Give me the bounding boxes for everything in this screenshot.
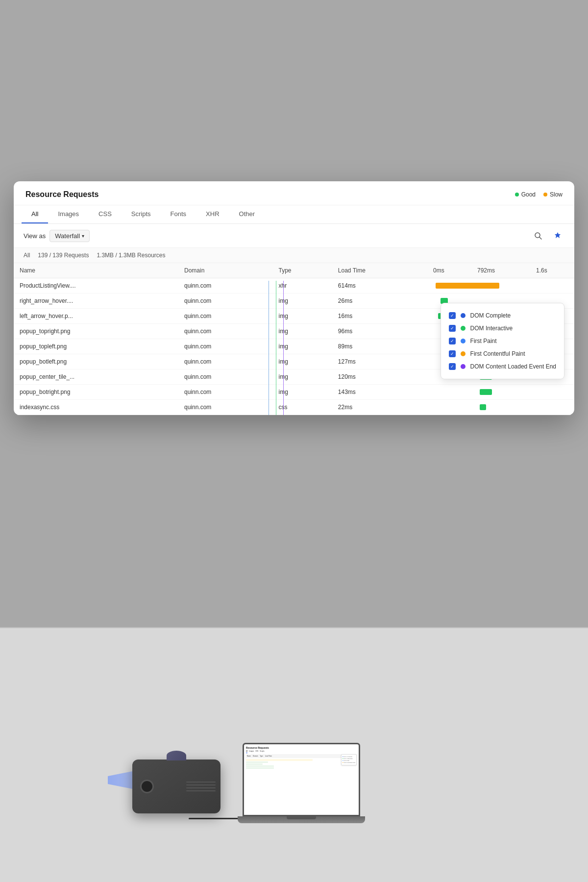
vent-line-4: [186, 790, 216, 791]
cell-domain: quinn.com: [178, 369, 273, 385]
cell-domain: quinn.com: [178, 309, 273, 324]
dot-dom-complete: [461, 313, 466, 318]
dom-content-loaded-line: [283, 281, 284, 415]
waterfall-bar-container: [433, 282, 568, 290]
panel-header: Resource Requests Good Slow: [14, 181, 574, 205]
stats-row: All 139 / 139 Requests 1.3MB / 1.3MB Res…: [14, 248, 574, 263]
col-0ms: 0ms: [427, 263, 471, 278]
col-792ms: 792ms: [471, 263, 530, 278]
checkbox-dcl[interactable]: [449, 363, 456, 370]
label-dcl: DOM Content Loaded Event End: [470, 363, 556, 370]
vent-line-1: [186, 782, 216, 783]
cell-loadtime: 120ms: [332, 369, 427, 385]
dot-dcl: [461, 364, 466, 369]
col-1600ms: 1.6s: [530, 263, 574, 278]
laptop-screen: Resource Requests All Images CSS Scripts…: [243, 743, 360, 816]
table-row[interactable]: ProductListingView.... quinn.com xhr 614…: [14, 278, 574, 294]
cell-waterfall: [427, 385, 574, 400]
dropdown-item-dom-interactive[interactable]: DOM Interactive: [449, 322, 556, 335]
cell-domain: quinn.com: [178, 354, 273, 369]
cell-loadtime: 16ms: [332, 309, 427, 324]
cell-name: right_arrow_hover....: [14, 294, 178, 309]
cell-loadtime: 22ms: [332, 400, 427, 415]
cell-waterfall: [427, 400, 574, 415]
legend-good: Good: [515, 191, 536, 198]
slow-dot: [543, 193, 547, 196]
slow-label: Slow: [550, 191, 563, 198]
cell-type: img: [273, 369, 332, 385]
cell-domain: quinn.com: [178, 324, 273, 339]
view-as-label: View as: [24, 232, 46, 240]
col-type: Type: [273, 263, 332, 278]
tab-xhr[interactable]: XHR: [196, 205, 229, 223]
table-header-row: Name Domain Type Load Time 0ms 792ms 1.6…: [14, 263, 574, 278]
table-row[interactable]: indexasync.css quinn.com css 22ms: [14, 400, 574, 415]
projector-body: [132, 760, 220, 813]
tab-all[interactable]: All: [22, 205, 48, 223]
cell-domain: quinn.com: [178, 339, 273, 354]
cell-type: img: [273, 309, 332, 324]
cell-loadtime: 127ms: [332, 354, 427, 369]
col-domain: Domain: [178, 263, 273, 278]
cell-name: popup_center_tile_...: [14, 369, 178, 385]
cell-waterfall: [427, 278, 574, 294]
cell-domain: quinn.com: [178, 278, 273, 294]
projector-top: [167, 751, 186, 760]
cell-type: img: [273, 354, 332, 369]
col-name: Name: [14, 263, 178, 278]
pin-button[interactable]: [551, 229, 564, 243]
tab-images[interactable]: Images: [48, 205, 89, 223]
laptop-device: Resource Requests All Images CSS Scripts…: [243, 743, 365, 823]
stats-resources: 1.3MB / 1.3MB Resources: [97, 252, 165, 259]
cell-name: ProductListingView....: [14, 278, 178, 294]
col-loadtime: Load Time: [332, 263, 427, 278]
cell-type: img: [273, 339, 332, 354]
checkbox-dom-interactive[interactable]: [449, 325, 456, 332]
checkbox-fcp[interactable]: [449, 350, 456, 357]
laptop-notch: [287, 816, 316, 819]
legend: Good Slow: [515, 191, 563, 198]
cell-name: popup_botleft.png: [14, 354, 178, 369]
dot-dom-interactive: [461, 326, 466, 331]
waterfall-bar-container: [433, 403, 568, 411]
dropdown-item-fcp[interactable]: First Contentful Paint: [449, 347, 556, 360]
dom-complete-line: [269, 281, 269, 415]
dropdown-item-dom-complete[interactable]: DOM Complete: [449, 309, 556, 322]
cell-name: popup_botright.png: [14, 385, 178, 400]
checkbox-first-paint[interactable]: [449, 338, 456, 344]
table-row[interactable]: popup_botright.png quinn.com img 143ms: [14, 385, 574, 400]
cell-name: left_arrow_hover.p...: [14, 309, 178, 324]
tab-css[interactable]: CSS: [89, 205, 122, 223]
cell-type: css: [273, 400, 332, 415]
view-as-value: Waterfall: [55, 232, 80, 240]
svg-line-1: [539, 237, 541, 239]
cell-loadtime: 96ms: [332, 324, 427, 339]
label-dom-interactive: DOM Interactive: [470, 325, 513, 332]
dropdown-item-first-paint[interactable]: First Paint: [449, 335, 556, 347]
cell-loadtime: 143ms: [332, 385, 427, 400]
view-as-dropdown[interactable]: Waterfall ▾: [49, 230, 90, 242]
cell-name: popup_topleft.png: [14, 339, 178, 354]
search-button[interactable]: [531, 229, 545, 243]
toolbar-icons: [531, 229, 564, 243]
checkbox-dom-complete[interactable]: [449, 312, 456, 319]
waterfall-bar-container: [433, 388, 568, 396]
laptop-screen-content: Resource Requests All Images CSS Scripts…: [244, 744, 359, 815]
tab-other[interactable]: Other: [229, 205, 265, 223]
cell-loadtime: 614ms: [332, 278, 427, 294]
tabs-row: All Images CSS Scripts Fonts XHR Other: [14, 205, 574, 224]
cell-loadtime: 89ms: [332, 339, 427, 354]
vent-line-2: [186, 784, 216, 785]
tab-scripts[interactable]: Scripts: [122, 205, 161, 223]
dom-interactive-line: [276, 281, 276, 415]
projector-vent: [186, 782, 216, 791]
cell-type: img: [273, 385, 332, 400]
tab-fonts[interactable]: Fonts: [161, 205, 196, 223]
waterfall-bar: [480, 404, 486, 410]
dropdown-item-dcl[interactable]: DOM Content Loaded Event End: [449, 360, 556, 373]
good-label: Good: [521, 191, 536, 198]
projector-lens: [140, 780, 154, 793]
events-dropdown: DOM Complete DOM Interactive First Paint…: [441, 303, 564, 379]
stats-requests: 139 / 139 Requests: [38, 252, 89, 259]
cell-domain: quinn.com: [178, 294, 273, 309]
